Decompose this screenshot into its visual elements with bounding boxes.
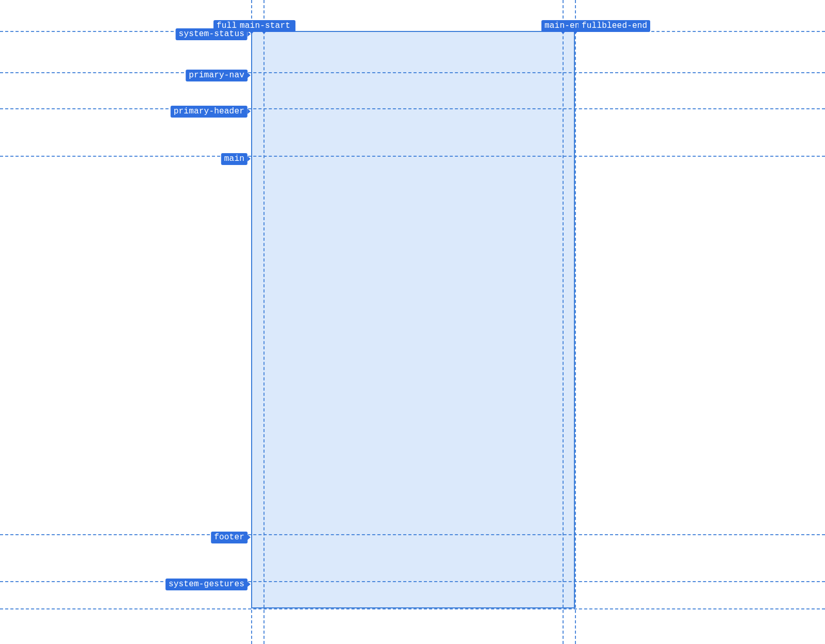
label-main: main (221, 153, 248, 165)
device-frame (251, 31, 575, 608)
col-fullbleed-start (251, 0, 252, 644)
row-system-gestures (0, 581, 825, 582)
tick-main-end (560, 31, 566, 34)
row-footer (0, 534, 825, 535)
col-main-end (563, 0, 564, 644)
label-primary-header: primary-header (171, 106, 248, 118)
label-footer: footer (211, 532, 248, 543)
row-main (0, 156, 825, 157)
label-fullbleed-end: fullbleed-end (579, 20, 650, 32)
col-fullbleed-end (575, 0, 576, 644)
row-system-status (0, 31, 825, 32)
grid-diagram: fullbleed-start main-start main-end full… (0, 0, 825, 644)
tick-main-start (261, 31, 267, 34)
row-device-bottom (0, 608, 825, 609)
tick-main (248, 156, 251, 161)
tick-footer (248, 535, 251, 540)
col-main-start (263, 0, 265, 644)
label-primary-nav: primary-nav (186, 70, 248, 81)
row-primary-header (0, 108, 825, 109)
tick-system-status (248, 31, 251, 37)
tick-system-gestures (248, 582, 251, 587)
tick-fullbleed-end (573, 31, 578, 34)
label-system-status: system-status (176, 28, 248, 40)
tick-primary-nav (248, 73, 251, 78)
label-system-gestures: system-gestures (166, 579, 248, 590)
row-primary-nav (0, 72, 825, 73)
tick-primary-header (248, 109, 251, 114)
